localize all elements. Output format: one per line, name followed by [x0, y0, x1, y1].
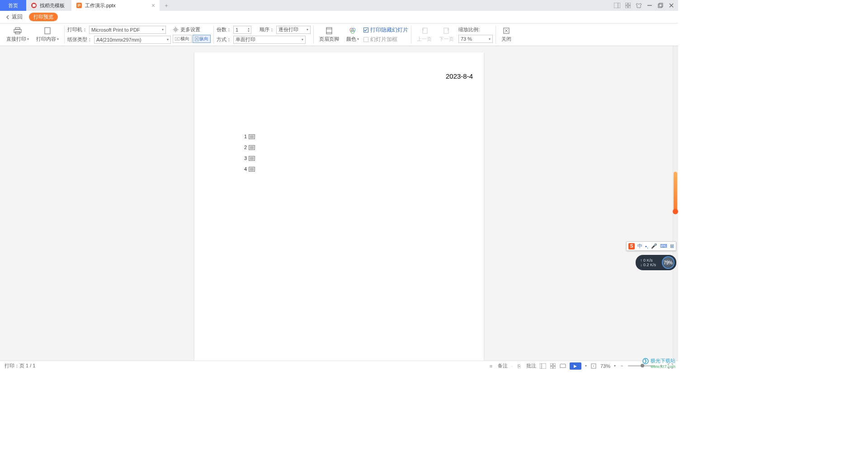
notes-icon[interactable]: ≡: [488, 363, 494, 369]
net-percent: 79%: [662, 256, 675, 269]
close-preview-button[interactable]: 关闭: [499, 24, 514, 46]
direct-print-label: 直接打印: [6, 36, 26, 42]
list-item: 1: [244, 134, 255, 139]
tab-active-file[interactable]: P 工作演示.pptx ×: [71, 0, 160, 11]
svg-text:P: P: [78, 3, 80, 8]
direct-print-button[interactable]: 直接打印▾: [4, 24, 32, 46]
svg-text:A: A: [176, 38, 178, 40]
copies-spinner[interactable]: 1▲▼: [233, 26, 251, 34]
prev-page-icon: [420, 27, 429, 35]
window-controls: [614, 0, 678, 11]
back-button[interactable]: 返回: [5, 13, 23, 21]
print-hidden-checkbox[interactable]: 打印隐藏幻灯片: [363, 26, 408, 34]
tab-home[interactable]: 首页: [0, 0, 26, 11]
svg-rect-15: [15, 28, 20, 29]
svg-rect-38: [550, 363, 552, 366]
printer-paper-group: 打印机： Microsoft Print to PDF▾ 纸张类型： A4(21…: [67, 24, 171, 46]
view-normal-icon[interactable]: [540, 363, 546, 369]
tab-add-button[interactable]: ＋: [160, 0, 173, 11]
header-footer-button[interactable]: 页眉页脚: [316, 24, 342, 46]
close-label: 关闭: [501, 36, 511, 42]
docer-icon: [31, 2, 37, 9]
slide-thumb-icon: [249, 145, 255, 150]
mic-icon[interactable]: 🎤: [651, 243, 657, 249]
svg-rect-39: [553, 363, 556, 366]
next-page-icon: [442, 27, 452, 35]
network-widget[interactable]: ↑ 0 K/s ↓ 0.2 K/s 79%: [636, 255, 676, 270]
svg-point-18: [175, 29, 177, 31]
status-page-info: 打印：页 1 / 1: [5, 362, 35, 369]
tab-active-file-label: 工作演示.pptx: [85, 2, 116, 9]
color-icon: [348, 27, 358, 35]
ribbon: 直接打印▾ 打印内容▾ 打印机： Microsoft Print to PDF▾…: [0, 24, 678, 46]
comments-label[interactable]: 批注: [526, 362, 536, 369]
back-label: 返回: [12, 13, 23, 21]
list-item: 3: [244, 155, 255, 161]
notes-label[interactable]: 备注: [498, 362, 508, 369]
separator: [313, 26, 314, 44]
zoom-out-button[interactable]: －: [619, 362, 624, 369]
tab-template[interactable]: 找稻壳模板: [26, 0, 71, 11]
header-footer-icon: [324, 27, 334, 35]
close-icon[interactable]: ×: [151, 2, 155, 9]
view-reading-icon[interactable]: [560, 363, 566, 369]
slideshow-button[interactable]: ▶: [570, 362, 581, 370]
slide-thumb-icon: [249, 156, 255, 161]
status-bar: 打印：页 1 / 1 ≡备注 · ⎘批注 ▶▾ 73%▾ － ＋: [0, 361, 678, 371]
net-speed: ↑ 0 K/s ↓ 0.2 K/s: [640, 258, 656, 267]
print-content-label: 打印内容: [36, 36, 56, 42]
thermometer-widget: [674, 172, 677, 212]
minimize-icon[interactable]: [646, 2, 653, 9]
comments-icon[interactable]: ⎘: [516, 363, 523, 369]
zoom-value[interactable]: 73%: [600, 363, 610, 369]
mode-select[interactable]: 单面打印▾: [233, 36, 306, 44]
next-page-label: 下一页: [439, 36, 454, 42]
close-window-icon[interactable]: [668, 2, 675, 9]
page-preview: 2023-8-4 1 2 3 4: [194, 52, 484, 361]
slide-frame-label: 幻灯片加框: [370, 36, 397, 43]
color-button[interactable]: 颜色▾: [344, 24, 362, 46]
slide-thumb-icon: [249, 167, 255, 172]
logo-icon: [642, 358, 649, 364]
header-footer-label: 页眉页脚: [319, 36, 339, 42]
ime-grid-icon[interactable]: ⊞: [670, 243, 674, 249]
settings-orient-group: 更多设置 A横向 A纵向: [173, 24, 211, 46]
workspace: 2023-8-4 1 2 3 4: [0, 46, 678, 361]
mode-label: 方式：: [217, 36, 231, 43]
orient-horizontal-button[interactable]: A横向: [173, 35, 192, 43]
svg-rect-14: [14, 29, 21, 33]
orient-vertical-button[interactable]: A纵向: [193, 35, 211, 43]
svg-rect-8: [628, 6, 631, 8]
svg-rect-10: [658, 4, 662, 8]
layout-icon[interactable]: [614, 2, 620, 9]
grid-icon[interactable]: [625, 2, 631, 9]
paper-select[interactable]: A4(210mmx297mm)▾: [94, 36, 171, 44]
more-settings-button[interactable]: 更多设置: [173, 26, 211, 33]
zoom-group: 缩放比例: 73 %▾: [458, 24, 493, 46]
close-box-icon: [501, 27, 511, 35]
maximize-icon[interactable]: [657, 2, 664, 9]
copies-order-group: 份数： 1▲▼ 顺序： 逐份打印▾ 方式： 单面打印▾: [217, 24, 311, 46]
svg-rect-36: [540, 363, 546, 369]
ime-lang[interactable]: 中: [637, 243, 642, 249]
printer-label: 打印机：: [67, 26, 87, 33]
svg-point-43: [593, 366, 594, 367]
svg-point-44: [643, 358, 648, 364]
order-select[interactable]: 逐份打印▾: [276, 26, 311, 34]
print-content-button[interactable]: 打印内容▾: [33, 24, 61, 46]
ime-bar[interactable]: S 中 •, 🎤 ⌨ ⊞: [626, 241, 676, 251]
skin-icon[interactable]: [636, 2, 642, 9]
ppt-icon: P: [76, 2, 82, 9]
svg-rect-7: [625, 6, 627, 8]
fit-icon[interactable]: [590, 363, 597, 369]
zoom-select[interactable]: 73 %▾: [458, 35, 493, 43]
view-sorter-icon[interactable]: [550, 363, 556, 369]
printer-select[interactable]: Microsoft Print to PDF▾: [89, 26, 166, 34]
keyboard-icon[interactable]: ⌨: [660, 243, 667, 249]
order-label: 顺序：: [259, 26, 274, 33]
svg-rect-23: [326, 28, 332, 34]
ime-punct[interactable]: •,: [645, 244, 648, 249]
checkbox-group: 打印隐藏幻灯片 幻灯片加框: [363, 24, 408, 46]
list-item: 2: [244, 145, 255, 150]
slide-frame-checkbox[interactable]: 幻灯片加框: [363, 36, 408, 43]
